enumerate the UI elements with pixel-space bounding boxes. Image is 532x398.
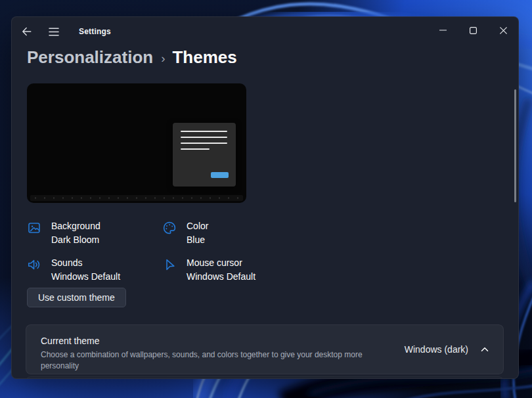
close-button[interactable] — [488, 17, 518, 43]
breadcrumb: Personalization › Themes — [27, 47, 237, 68]
scrollbar-thumb[interactable] — [514, 89, 516, 202]
preview-text-line — [181, 131, 227, 132]
preview-text-line — [181, 143, 227, 144]
screen: Settings — [0, 0, 532, 398]
setting-label: Sounds — [51, 256, 120, 270]
settings-window: Settings — [11, 16, 519, 379]
preview-accent-button — [211, 172, 229, 178]
preview-text-line — [181, 137, 227, 138]
color-palette-icon — [162, 221, 177, 235]
theme-settings-list: Background Dark Bloom Color Blue — [27, 219, 255, 285]
mouse-cursor-icon — [162, 257, 177, 272]
breadcrumb-chevron-icon: › — [161, 51, 165, 66]
current-theme-card[interactable]: Current theme Choose a combination of wa… — [26, 324, 504, 374]
preview-text-line — [181, 148, 210, 150]
background-setting-item[interactable]: Background Dark Bloom — [27, 219, 162, 248]
minimize-button[interactable] — [428, 17, 458, 43]
back-button[interactable] — [17, 22, 35, 41]
breadcrumb-themes: Themes — [172, 47, 236, 68]
titlebar: Settings — [12, 17, 518, 46]
mouse-cursor-setting-item[interactable]: Mouse cursor Windows Default — [162, 256, 255, 285]
expanded-content-card — [26, 376, 504, 379]
sounds-icon — [27, 257, 41, 272]
chevron-up-icon[interactable] — [481, 347, 489, 352]
color-setting-item[interactable]: Color Blue — [162, 219, 255, 248]
minimize-icon — [439, 30, 447, 31]
preview-mini-window — [173, 123, 236, 187]
background-icon — [27, 221, 41, 235]
maximize-button[interactable] — [458, 17, 488, 43]
setting-value: Blue — [187, 233, 208, 247]
app-title: Settings — [79, 27, 111, 36]
close-icon — [500, 27, 507, 34]
setting-label: Background — [51, 219, 100, 233]
preview-taskbar — [30, 195, 243, 201]
hamburger-menu-icon — [49, 28, 59, 36]
back-arrow-icon — [22, 27, 32, 36]
sounds-setting-item[interactable]: Sounds Windows Default — [27, 256, 162, 285]
setting-value: Dark Bloom — [51, 233, 100, 247]
setting-value: Windows Default — [51, 270, 120, 284]
breadcrumb-personalization[interactable]: Personalization — [27, 47, 153, 68]
use-custom-theme-button[interactable]: Use custom theme — [27, 288, 126, 307]
theme-preview — [27, 83, 246, 203]
maximize-icon — [470, 27, 477, 34]
navigation-menu-button[interactable] — [45, 22, 63, 41]
setting-label: Color — [187, 219, 208, 233]
setting-label: Mouse cursor — [187, 256, 255, 270]
current-theme-value: Windows (dark) — [405, 344, 468, 355]
setting-value: Windows Default — [187, 270, 255, 284]
current-theme-title: Current theme — [41, 336, 99, 346]
window-caption-controls — [428, 17, 518, 43]
current-theme-description: Choose a combination of wallpapers, soun… — [41, 349, 377, 372]
